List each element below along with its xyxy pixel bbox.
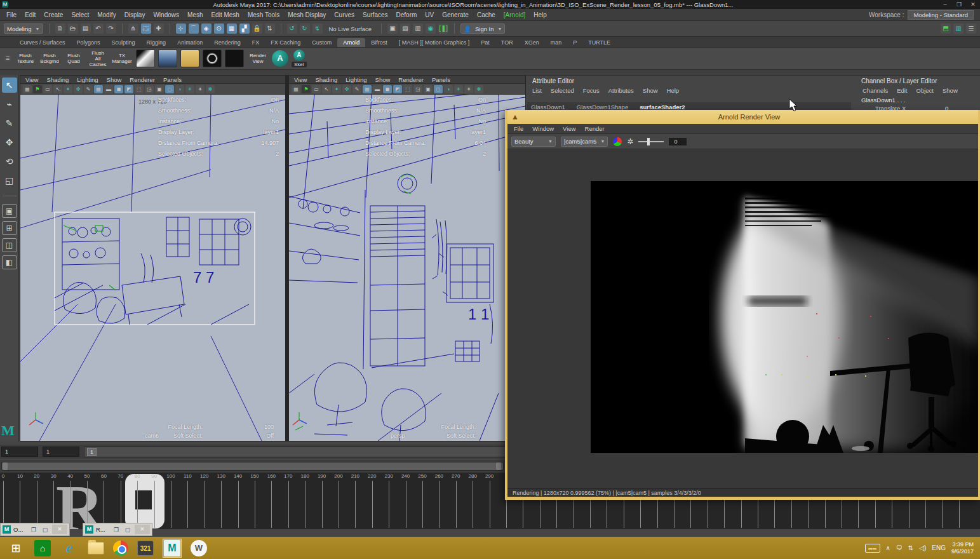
arnold-menu-render[interactable]: Render	[585, 125, 605, 132]
action-center-icon[interactable]: 🗨	[896, 544, 903, 551]
shelf-tab-custom[interactable]: Custom	[306, 38, 337, 47]
area-light-thumb[interactable]	[136, 50, 155, 67]
ae-menu-attributes[interactable]: Attributes	[608, 87, 634, 94]
ae-menu-list[interactable]: List	[532, 87, 542, 94]
menubar-item-edit[interactable]: Edit	[25, 11, 36, 18]
language-indicator[interactable]: ENG	[932, 544, 946, 551]
shadows-icon[interactable]: ❋	[474, 85, 483, 93]
camera-dropdown[interactable]: |cam5|cam5▼	[561, 137, 608, 147]
menubar-item-edit-mesh[interactable]: Edit Mesh	[211, 11, 239, 18]
viewport-menu-renderer[interactable]: Renderer	[398, 76, 424, 83]
skydome-light-thumb[interactable]	[158, 50, 177, 67]
arnold-render-canvas[interactable]	[507, 149, 978, 488]
snap-curve-icon[interactable]: ⌒	[189, 24, 199, 34]
menubar-item-cache[interactable]: Cache	[477, 11, 495, 18]
shelf-tab-rigging[interactable]: Rigging	[141, 38, 172, 47]
channel-box-object[interactable]: GlassDown1 . . .	[861, 97, 906, 104]
menubar-item-generate[interactable]: Generate	[442, 11, 469, 18]
ae-menu-selected[interactable]: Selected	[551, 87, 574, 94]
open-scene-icon[interactable]: 🗁	[68, 24, 78, 34]
start-button[interactable]: ⊞	[6, 539, 25, 558]
snap-projected-center-icon[interactable]: ⊙	[214, 24, 224, 34]
maximize-button[interactable]: ❐	[952, 1, 966, 8]
select-tool[interactable]: ↖	[2, 77, 17, 93]
volume-icon[interactable]: ◁)	[919, 544, 926, 551]
history-icon[interactable]: ↺	[287, 24, 297, 34]
arnold-titlebar[interactable]: ▲ Arnold Render View	[507, 110, 978, 124]
menubar-item-mesh-display[interactable]: Mesh Display	[288, 11, 326, 18]
menubar-item-help[interactable]: Help	[534, 11, 547, 18]
restore-icon[interactable]: ❐	[29, 527, 38, 533]
shelf-tab-xgen[interactable]: XGen	[519, 38, 545, 47]
menubar-item-file[interactable]: File	[6, 11, 17, 18]
clock[interactable]: 3:39 PM 9/6/2017	[951, 541, 974, 555]
shelf-button-tx-manager[interactable]: TXManager	[111, 50, 133, 67]
shelf-tab-sculpting[interactable]: Sculpting	[106, 38, 141, 47]
shelf-tab-p[interactable]: P	[567, 38, 582, 47]
joint-icon[interactable]: ✜	[342, 85, 351, 93]
light-icon[interactable]: ✦	[332, 85, 341, 93]
textured-icon[interactable]: ◩	[393, 85, 402, 93]
scale-tool[interactable]: ◱	[2, 173, 17, 188]
lock-icon[interactable]: 🔒	[252, 24, 262, 34]
grid-icon[interactable]: ▦	[363, 85, 372, 93]
grid-icon[interactable]: ▦	[94, 85, 103, 93]
two-pane-layout[interactable]: ◫	[2, 238, 17, 252]
textured-icon[interactable]: ◩	[124, 85, 133, 93]
film-gate-icon[interactable]: ▭	[43, 85, 52, 93]
sign-in-dropdown[interactable]: 👤Sign In▼	[460, 24, 505, 34]
windows-store-icon[interactable]: ⌂	[34, 540, 51, 556]
maximize-icon[interactable]: ▢	[41, 527, 50, 533]
viewport-menu-view[interactable]: View	[25, 76, 38, 83]
shelf-tab-animation[interactable]: Animation	[171, 38, 208, 47]
shaded-icon[interactable]: ◼	[114, 85, 123, 93]
gate-icon[interactable]: ⬚	[403, 85, 412, 93]
viewport-menu-panels[interactable]: Panels	[163, 76, 182, 83]
cb-menu-object[interactable]: Object	[916, 87, 934, 94]
maximize-icon[interactable]: ▢	[123, 527, 132, 533]
redo-icon[interactable]: ↷	[106, 24, 116, 34]
pencil-icon[interactable]: ✎	[352, 85, 361, 93]
mask-icon[interactable]: ◲	[145, 85, 154, 93]
w-app-icon[interactable]: W	[191, 540, 207, 556]
range-start-handle[interactable]	[3, 462, 8, 470]
symmetry-icon[interactable]: ↯	[312, 24, 323, 34]
light-icon[interactable]: ✦	[64, 85, 72, 93]
four-pane-layout[interactable]: ⊞	[2, 221, 17, 235]
shelf-tab-tor[interactable]: TOR	[495, 38, 519, 47]
bookmark-icon[interactable]: ⚑	[302, 85, 311, 93]
snap-grid-icon[interactable]: ⊹	[176, 24, 186, 34]
close-icon[interactable]: ✕	[52, 525, 67, 534]
new-scene-icon[interactable]: 🗎	[55, 24, 65, 34]
range-slider-bar[interactable]	[1, 462, 504, 471]
save-scene-icon[interactable]: ▤	[81, 24, 91, 34]
cb-menu-show[interactable]: Show	[943, 87, 958, 94]
shelf-tab-polygons[interactable]: Polygons	[71, 38, 106, 47]
overlay-icon[interactable]: ▣	[155, 85, 164, 93]
menu-set-dropdown[interactable]: Modeling▼	[4, 24, 43, 34]
spot-light-thumb[interactable]	[225, 50, 244, 67]
menubar-item-create[interactable]: Create	[44, 11, 63, 18]
gate-icon[interactable]: ⬚	[135, 85, 144, 93]
ao-icon[interactable]: ◑	[175, 85, 184, 93]
shelf-tab-turtle[interactable]: TURTLE	[582, 38, 616, 47]
ae-menu-show[interactable]: Show	[643, 87, 658, 94]
camera-icon[interactable]: ▦	[292, 85, 300, 93]
shelf-tab-pat[interactable]: Pat	[475, 38, 495, 47]
render-current-frame-icon[interactable]: ▤	[400, 24, 410, 34]
mask-icon[interactable]: ◲	[413, 85, 422, 93]
select-camera-icon[interactable]: ↖	[322, 85, 331, 93]
render-view-icon[interactable]: ▣	[387, 24, 398, 34]
channel-box-title[interactable]: Channel Box / Layer Editor	[861, 77, 937, 84]
channel-rgb-icon[interactable]	[613, 137, 622, 146]
shelf-tab-mash-motion-graphics[interactable]: [ MASH ][ Motion Graphics ]	[393, 38, 476, 47]
shelf-tab-fx[interactable]: FX	[246, 38, 265, 47]
shelf-button-flush-bckgrnd[interactable]: FlushBckgrnd	[39, 50, 60, 67]
viewport-menu-shading[interactable]: Shading	[315, 76, 337, 83]
select-hierarchy-icon[interactable]: ⋔	[128, 24, 138, 34]
viewport-menu-view[interactable]: View	[294, 76, 307, 83]
input-connections-icon[interactable]: ⇅	[265, 24, 275, 34]
quad-light-thumb[interactable]	[180, 50, 199, 67]
aa-icon[interactable]: ✳	[185, 85, 194, 93]
arnold-menu-view[interactable]: View	[563, 125, 575, 132]
